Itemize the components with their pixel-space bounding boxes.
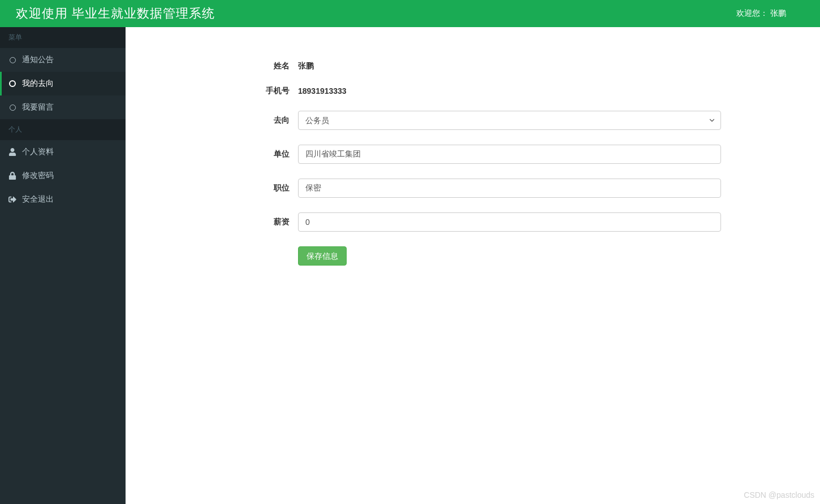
sidebar-item-label: 我的去向 — [22, 79, 54, 89]
form-row-destination: 去向 公务员 — [143, 111, 803, 130]
lock-icon — [8, 172, 16, 180]
circle-icon — [8, 56, 16, 64]
value-name: 张鹏 — [298, 61, 803, 71]
sidebar-item-feedback[interactable]: 我要留言 — [0, 95, 126, 119]
button-row: 保存信息 — [143, 246, 803, 266]
label-name: 姓名 — [143, 61, 298, 71]
sidebar-item-label: 个人资料 — [22, 147, 54, 157]
sidebar-item-label: 安全退出 — [22, 194, 54, 205]
form-row-name: 姓名 张鹏 — [143, 61, 803, 71]
label-company: 单位 — [143, 149, 298, 159]
company-input[interactable] — [298, 145, 721, 164]
circle-icon — [8, 103, 16, 111]
label-phone: 手机号 — [143, 86, 298, 96]
form-row-salary: 薪资 — [143, 212, 803, 232]
destination-select[interactable]: 公务员 — [298, 111, 721, 130]
sidebar-item-profile[interactable]: 个人资料 — [0, 140, 126, 164]
sidebar-item-label: 我要留言 — [22, 102, 54, 112]
form-row-position: 职位 — [143, 179, 803, 198]
signout-icon — [8, 195, 16, 203]
sidebar-item-my-destination[interactable]: 我的去向 — [0, 72, 126, 95]
value-phone: 18931913333 — [298, 86, 803, 95]
sidebar-personal-header: 个人 — [0, 119, 126, 140]
position-input[interactable] — [298, 179, 721, 198]
app-header: 欢迎使用 毕业生就业数据管理系统 欢迎您： 张鹏 — [0, 0, 820, 27]
save-button[interactable]: 保存信息 — [298, 246, 347, 266]
label-destination: 去向 — [143, 115, 298, 125]
welcome-user: 欢迎您： 张鹏 — [736, 8, 812, 19]
form-row-phone: 手机号 18931913333 — [143, 86, 803, 96]
main-content: 姓名 张鹏 手机号 18931913333 去向 公务员 单位 职位 — [126, 27, 820, 504]
sidebar-item-label: 通知公告 — [22, 55, 54, 65]
app-title: 欢迎使用 毕业生就业数据管理系统 — [16, 5, 215, 22]
welcome-prefix: 欢迎您： — [736, 8, 768, 19]
sidebar-menu-header: 菜单 — [0, 27, 126, 48]
sidebar: 菜单 通知公告 我的去向 我要留言 个人 个人资料 修改密码 — [0, 27, 126, 504]
user-icon — [8, 148, 16, 156]
circle-icon — [8, 80, 16, 88]
current-username[interactable]: 张鹏 — [770, 8, 786, 19]
sidebar-item-logout[interactable]: 安全退出 — [0, 188, 126, 211]
sidebar-item-notice[interactable]: 通知公告 — [0, 48, 126, 72]
label-position: 职位 — [143, 183, 298, 193]
sidebar-item-label: 修改密码 — [22, 171, 54, 181]
salary-input[interactable] — [298, 212, 721, 232]
label-salary: 薪资 — [143, 217, 298, 227]
form-row-company: 单位 — [143, 145, 803, 164]
sidebar-item-change-password[interactable]: 修改密码 — [0, 164, 126, 188]
